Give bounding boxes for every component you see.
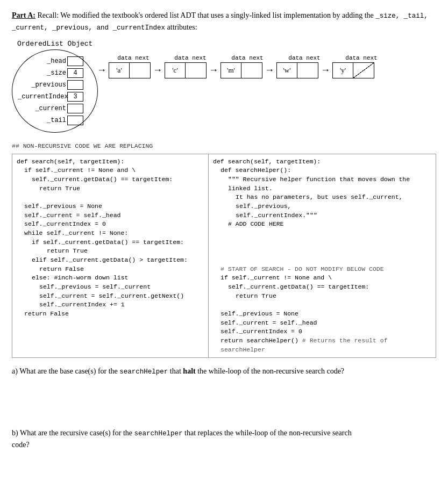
attributes-suffix: attributes:: [165, 23, 197, 31]
node-4-next: [297, 63, 318, 78]
node-2-data: 'c': [165, 63, 186, 78]
code-line-2: if self._current != None and \: [17, 166, 204, 175]
code-line-1: def search(self, targetItem):: [17, 157, 204, 167]
node-1: 'a': [109, 62, 151, 78]
code-line-3: self._current.getData() == targetItem:: [17, 175, 204, 184]
questions: a) What are the base case(s) for the sea…: [12, 365, 436, 481]
r-line-2: def searchHelper():: [213, 166, 431, 175]
code-left: def search(self, targetItem): if self._c…: [12, 154, 209, 358]
head-box: [67, 56, 83, 66]
current-row: _current: [18, 104, 83, 113]
code-line-13: else: #inch-worm down list: [17, 274, 204, 283]
head-row: _head: [18, 56, 83, 66]
col-header-data-5: data next: [341, 55, 382, 61]
node-1-next: [130, 63, 150, 78]
qa-bold: halt: [183, 367, 195, 375]
current-index-label: _currentIndex: [18, 93, 66, 100]
non-recursive-label: ## NON-RECURSIVE CODE WE ARE REPLACING: [12, 142, 436, 149]
code-line-12: return False: [17, 265, 204, 274]
question-a-answer-space: [12, 378, 436, 415]
previous-label: _previous: [18, 81, 66, 89]
question-b-answer-space: [12, 451, 436, 481]
node-2: 'c': [165, 62, 207, 78]
r-line-1: def search(self, targetItem):: [213, 157, 431, 167]
diagram: OrderedList Object _head _size 4 _previo…: [12, 39, 436, 133]
col-header-data-1: data next: [113, 55, 154, 61]
qa-label: a): [12, 367, 18, 375]
size-row: _size 4: [18, 68, 83, 78]
question-b-block: b) What are the recursive case(s) for th…: [12, 427, 436, 481]
node-5-data: 'y': [333, 63, 353, 78]
r-line-10: return True: [213, 292, 431, 301]
qb-code1: searchHelper: [134, 430, 183, 437]
r-line-3: """ Recursive helper function that moves…: [213, 175, 431, 193]
qa-text3: the while-loop of the non-recursive sear…: [196, 367, 344, 375]
node-3-data: 'm': [221, 63, 241, 78]
col-header-data-4: data next: [284, 55, 325, 61]
r-line-9: self._current.getData() == targetItem:: [213, 283, 431, 292]
code-line-6: self._current = self._head: [17, 211, 204, 220]
arrow-1-2: →: [153, 64, 162, 76]
node-5: 'y': [332, 62, 374, 78]
question-a-block: a) What are the base case(s) for the sea…: [12, 365, 436, 415]
tail-label: _tail: [18, 117, 66, 124]
r-line-5: self._currentIndex.""": [213, 211, 431, 220]
qb-text1: What are the recursive case(s) for the: [20, 429, 134, 437]
node-4: 'w': [276, 62, 318, 78]
r-line-14: return searchHelper() # Returns the resu…: [213, 336, 431, 354]
qb-label: b): [12, 429, 18, 437]
node-5-next: [353, 63, 374, 78]
node-3: 'm': [221, 62, 262, 78]
r-line-4: It has no parameters, but uses self._cur…: [213, 193, 431, 211]
code-line-4: return True: [17, 184, 204, 193]
code-right: def search(self, targetItem): def search…: [209, 154, 436, 358]
code-line-5: self._previous = None: [17, 202, 204, 211]
arrow-4-5: →: [321, 64, 330, 76]
code-line-7: self._currentIndex = 0: [17, 220, 204, 229]
code-line-16: self._currentIndex += 1: [17, 300, 204, 310]
question-a-text: a) What are the base case(s) for the sea…: [12, 365, 436, 377]
code-section: def search(self, targetItem): if self._c…: [12, 154, 436, 358]
r-line-13: self._currentIndex = 0: [213, 327, 431, 336]
node-2-next: [186, 63, 206, 78]
node-3-next: [241, 63, 262, 78]
ordered-list-label: OrderedList Object: [17, 40, 93, 48]
current-index-box: 3: [67, 92, 83, 102]
r-line-8: if self._current != None and \: [213, 274, 431, 283]
r-line-7: # START OF SEARCH - DO NOT MODIFY BELOW …: [213, 265, 431, 274]
current-label: _current: [18, 105, 66, 112]
previous-box: [67, 80, 83, 90]
r-line-11: self._previous = None: [213, 310, 431, 319]
recall-text: Recall: We modified the textbook's order…: [37, 11, 375, 19]
size-label: _size: [18, 69, 66, 77]
arrow-2-3: →: [209, 64, 218, 76]
part-a-header: Part A: Recall: We modified the textbook…: [12, 10, 436, 33]
r-line-12: self._current = self._head: [213, 319, 431, 328]
code-line-14: self._previous = self._current: [17, 283, 204, 292]
node-1-data: 'a': [109, 63, 130, 78]
qb-text2: that replaces the while-loop of the non-…: [183, 429, 352, 437]
ordered-list-object: _head _size 4 _previous _currentIndex 3 …: [12, 49, 98, 133]
code-line-17: return False: [17, 310, 204, 319]
code-line-8: while self._current != None:: [17, 229, 204, 238]
col-header-data-3: data next: [227, 55, 268, 61]
current-index-row: _currentIndex 3: [18, 92, 83, 102]
code-line-15: self._current = self._current.getNext(): [17, 292, 204, 301]
previous-row: _previous: [18, 80, 83, 90]
tail-row: _tail: [18, 116, 83, 125]
question-b-text: b) What are the recursive case(s) for th…: [12, 427, 436, 451]
qa-text2: that: [168, 367, 183, 375]
head-arrow: →: [97, 64, 106, 76]
code-line-11: elif self._current.getData() > targetIte…: [17, 256, 204, 265]
code-line-9: if self._current.getData() == targetItem…: [17, 238, 204, 247]
head-label: _head: [18, 58, 66, 65]
tail-box: [67, 116, 83, 125]
part-label: Part A:: [12, 11, 35, 19]
size-box: 4: [67, 68, 83, 78]
qa-text1: What are the base case(s) for the: [19, 367, 119, 375]
qb-text3: code?: [12, 441, 30, 449]
current-box: [67, 104, 83, 113]
col-header-data-2: data next: [170, 55, 211, 61]
arrow-3-4: →: [265, 64, 274, 76]
qa-code1: searchHelper: [119, 368, 168, 376]
